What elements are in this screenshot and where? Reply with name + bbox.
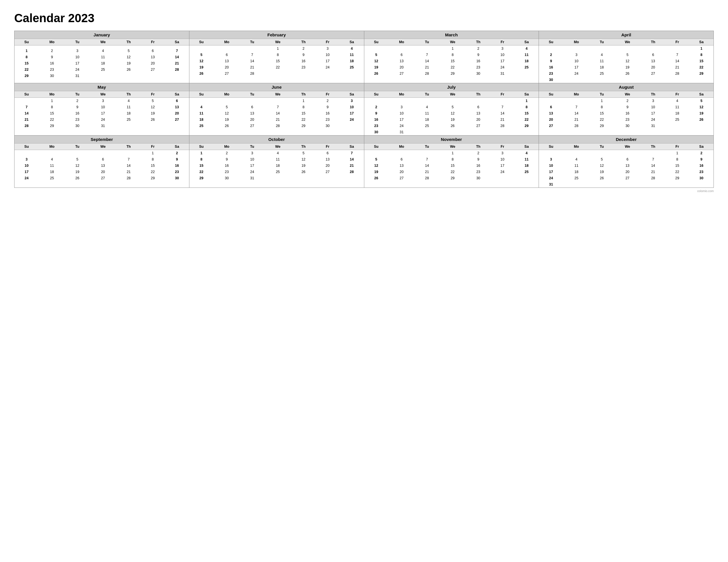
calendar-day[interactable]: 30 [364,129,388,135]
calendar-day[interactable]: 12 [214,110,240,117]
calendar-day[interactable]: 17 [490,58,514,64]
calendar-day[interactable]: 27 [466,123,490,129]
calendar-day[interactable]: 23 [291,64,316,71]
calendar-day[interactable]: 28 [415,71,439,77]
calendar-day[interactable]: 8 [141,156,165,163]
calendar-day[interactable]: 27 [165,117,189,123]
calendar-day[interactable]: 28 [340,169,364,175]
calendar-day[interactable]: 25 [514,169,539,175]
calendar-day[interactable]: 18 [39,169,65,175]
calendar-day[interactable]: 11 [415,110,439,117]
calendar-day[interactable]: 10 [490,52,514,58]
calendar-day[interactable]: 22 [665,169,689,175]
calendar-day[interactable]: 18 [514,163,539,169]
calendar-day[interactable]: 29 [665,175,689,181]
calendar-day[interactable]: 13 [388,58,415,64]
calendar-day[interactable]: 20 [466,117,490,123]
calendar-day[interactable]: 26 [614,71,641,77]
calendar-day[interactable]: 28 [240,71,264,77]
calendar-day[interactable]: 1 [39,98,65,104]
calendar-day[interactable]: 4 [514,45,539,52]
calendar-day[interactable]: 9 [364,110,388,117]
calendar-day[interactable]: 21 [641,169,665,175]
calendar-day[interactable]: 19 [364,64,388,71]
calendar-day[interactable]: 17 [388,117,415,123]
calendar-day[interactable]: 3 [490,45,514,52]
calendar-day[interactable]: 15 [189,163,214,169]
calendar-day[interactable]: 26 [364,71,388,77]
calendar-day[interactable]: 7 [665,52,689,58]
calendar-day[interactable]: 18 [563,169,590,175]
calendar-day[interactable]: 3 [490,150,514,157]
calendar-day[interactable]: 9 [39,54,65,60]
calendar-day[interactable]: 14 [165,54,189,60]
calendar-day[interactable]: 3 [65,48,89,54]
calendar-day[interactable]: 30 [165,175,189,181]
calendar-day[interactable]: 25 [189,123,214,129]
calendar-day[interactable]: 7 [165,48,189,54]
calendar-day[interactable]: 8 [439,52,466,58]
calendar-day[interactable]: 11 [89,54,117,60]
calendar-day[interactable]: 19 [614,64,641,71]
calendar-day[interactable]: 7 [264,104,291,110]
calendar-day[interactable]: 12 [614,58,641,64]
calendar-day[interactable]: 29 [15,73,39,79]
calendar-day[interactable]: 6 [539,104,563,110]
calendar-day[interactable]: 23 [165,169,189,175]
calendar-day[interactable]: 23 [689,169,713,175]
calendar-day[interactable]: 2 [165,150,189,157]
calendar-day[interactable]: 4 [665,98,689,104]
calendar-day[interactable]: 12 [291,156,316,163]
calendar-day[interactable]: 10 [316,52,340,58]
calendar-day[interactable]: 1 [141,150,165,157]
calendar-day[interactable]: 7 [490,104,514,110]
calendar-day[interactable]: 27 [240,123,264,129]
calendar-day[interactable]: 21 [117,169,141,175]
calendar-day[interactable]: 11 [563,163,590,169]
calendar-day[interactable]: 29 [590,123,614,129]
calendar-day[interactable]: 25 [39,175,65,181]
calendar-day[interactable]: 11 [590,58,614,64]
calendar-day[interactable]: 13 [165,104,189,110]
calendar-day[interactable]: 5 [65,156,89,163]
calendar-day[interactable]: 3 [240,150,264,157]
calendar-day[interactable]: 17 [240,163,264,169]
calendar-day[interactable]: 13 [466,110,490,117]
calendar-day[interactable]: 4 [264,150,291,157]
calendar-day[interactable]: 1 [439,150,466,157]
calendar-day[interactable]: 20 [539,117,563,123]
calendar-day[interactable]: 24 [65,67,89,73]
calendar-day[interactable]: 11 [665,104,689,110]
calendar-day[interactable]: 1 [689,45,713,52]
calendar-day[interactable]: 25 [415,123,439,129]
calendar-day[interactable]: 21 [415,64,439,71]
calendar-day[interactable]: 24 [240,169,264,175]
calendar-day[interactable]: 10 [563,58,590,64]
calendar-day[interactable]: 25 [264,169,291,175]
calendar-day[interactable]: 21 [165,60,189,67]
calendar-day[interactable]: 3 [563,52,590,58]
calendar-day[interactable]: 15 [439,163,466,169]
calendar-day[interactable]: 27 [214,71,240,77]
calendar-day[interactable]: 26 [364,175,388,181]
calendar-day[interactable]: 10 [15,163,39,169]
calendar-day[interactable]: 14 [490,110,514,117]
calendar-day[interactable]: 8 [665,156,689,163]
calendar-day[interactable]: 8 [15,54,39,60]
calendar-day[interactable]: 31 [65,73,89,79]
calendar-day[interactable]: 16 [214,163,240,169]
calendar-day[interactable]: 3 [539,156,563,163]
calendar-day[interactable]: 26 [189,71,214,77]
calendar-day[interactable]: 9 [466,52,490,58]
calendar-day[interactable]: 20 [240,117,264,123]
calendar-day[interactable]: 9 [539,58,563,64]
calendar-day[interactable]: 9 [291,52,316,58]
calendar-day[interactable]: 25 [563,175,590,181]
calendar-day[interactable]: 7 [563,104,590,110]
calendar-day[interactable]: 20 [316,163,340,169]
calendar-day[interactable]: 6 [388,52,415,58]
calendar-day[interactable]: 31 [490,71,514,77]
calendar-day[interactable]: 23 [316,117,340,123]
calendar-day[interactable]: 15 [291,110,316,117]
calendar-day[interactable]: 21 [340,163,364,169]
